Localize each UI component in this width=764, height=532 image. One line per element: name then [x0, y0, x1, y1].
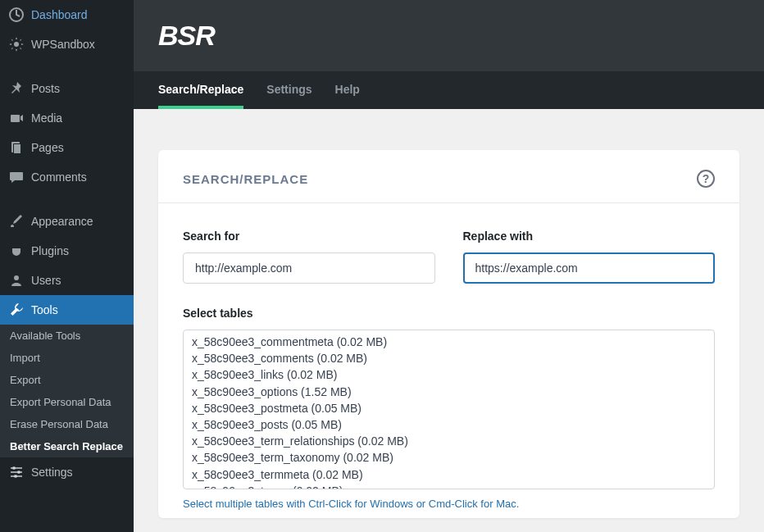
replace-with-label: Replace with — [463, 230, 716, 243]
brush-icon — [8, 213, 25, 230]
comment-icon — [8, 169, 25, 185]
submenu-export-personal-data[interactable]: Export Personal Data — [0, 391, 134, 413]
field-select-tables: Select tables x_58c90ee3_commentmeta (0.… — [183, 307, 715, 510]
submenu-available-tools[interactable]: Available Tools — [0, 325, 134, 347]
panel-search-replace: SEARCH/REPLACE ? Search for Replace with… — [158, 150, 739, 518]
tables-select[interactable]: x_58c90ee3_commentmeta (0.02 MB) x_58c90… — [183, 330, 715, 489]
sidebar-item-appearance[interactable]: Appearance — [0, 207, 134, 236]
sidebar-item-users[interactable]: Users — [0, 266, 134, 295]
svg-point-9 — [14, 475, 17, 478]
svg-point-6 — [14, 275, 19, 280]
submenu-export[interactable]: Export — [0, 369, 134, 391]
gear-icon — [8, 36, 25, 52]
sidebar-item-label: Pages — [31, 141, 64, 154]
sidebar-item-pages[interactable]: Pages — [0, 133, 134, 162]
panel-title: SEARCH/REPLACE — [183, 172, 308, 186]
tab-help[interactable]: Help — [335, 71, 360, 109]
table-option[interactable]: x_58c90ee3_posts (0.05 MB) — [184, 416, 714, 433]
pin-icon — [8, 80, 25, 97]
submenu-erase-personal-data[interactable]: Erase Personal Data — [0, 413, 134, 435]
menu-separator — [0, 59, 134, 74]
menu-separator — [0, 192, 134, 207]
table-option[interactable]: x_58c90ee3_comments (0.02 MB) — [184, 350, 714, 366]
field-replace-with: Replace with — [463, 230, 716, 284]
svg-point-1 — [14, 42, 19, 47]
table-option[interactable]: x_58c90ee3_term_taxonomy (0.02 MB) — [184, 449, 714, 466]
sidebar-item-comments[interactable]: Comments — [0, 162, 134, 192]
table-option[interactable]: x_58c90ee3_postmeta (0.05 MB) — [184, 400, 714, 416]
content-area: SEARCH/REPLACE ? Search for Replace with… — [134, 109, 764, 532]
search-for-label: Search for — [183, 230, 435, 243]
sidebar-item-settings[interactable]: Settings — [0, 457, 134, 487]
table-option[interactable]: x_58c90ee3_commentmeta (0.02 MB) — [184, 334, 714, 350]
sidebar-item-media[interactable]: Media — [0, 103, 134, 133]
plug-icon — [8, 243, 25, 259]
replace-with-input[interactable] — [463, 252, 716, 284]
brand-logo: BSR — [158, 20, 739, 52]
table-option[interactable]: x_58c90ee3_options (1.52 MB) — [184, 384, 714, 400]
sidebar-item-label: Tools — [31, 303, 58, 316]
page-icon — [8, 139, 25, 156]
svg-point-7 — [12, 466, 16, 470]
select-tables-label: Select tables — [183, 307, 715, 320]
sidebar-item-label: Dashboard — [31, 8, 88, 21]
field-search-for: Search for — [183, 230, 435, 284]
sidebar-item-dashboard[interactable]: Dashboard — [0, 0, 134, 30]
submenu-import[interactable]: Import — [0, 347, 134, 369]
main-content: BSR Search/Replace Settings Help SEARCH/… — [134, 0, 764, 532]
sidebar-item-label: Users — [31, 274, 61, 287]
sidebar-item-posts[interactable]: Posts — [0, 74, 134, 103]
panel-body: Search for Replace with Select tables x_… — [158, 203, 739, 518]
brand-header: BSR — [134, 0, 764, 71]
tab-search-replace[interactable]: Search/Replace — [158, 71, 243, 109]
sidebar-item-label: Appearance — [31, 215, 93, 228]
panel-header: SEARCH/REPLACE ? — [158, 150, 739, 203]
sidebar-item-label: WPSandbox — [31, 38, 95, 51]
svg-rect-2 — [11, 115, 20, 122]
search-for-input[interactable] — [183, 252, 435, 284]
user-icon — [8, 272, 25, 289]
sidebar-item-label: Settings — [31, 466, 73, 479]
admin-sidebar: Dashboard WPSandbox Posts Media Pages Co… — [0, 0, 134, 532]
input-row: Search for Replace with — [183, 230, 715, 284]
sidebar-item-label: Comments — [31, 171, 87, 184]
table-option[interactable]: x_58c90ee3_term_relationships (0.02 MB) — [184, 433, 714, 449]
sidebar-item-plugins[interactable]: Plugins — [0, 236, 134, 266]
sidebar-item-label: Plugins — [31, 244, 69, 257]
dashboard-icon — [8, 7, 25, 23]
table-option[interactable]: x_58c90ee3_termmeta (0.02 MB) — [184, 466, 714, 483]
media-icon — [8, 110, 25, 126]
sidebar-item-tools[interactable]: Tools — [0, 295, 134, 325]
submenu-better-search-replace[interactable]: Better Search Replace — [0, 435, 134, 457]
sliders-icon — [8, 464, 25, 480]
sidebar-item-label: Posts — [31, 82, 60, 95]
svg-rect-5 — [14, 144, 20, 153]
header-tabs: Search/Replace Settings Help — [134, 71, 764, 109]
sidebar-item-wpsandbox[interactable]: WPSandbox — [0, 30, 134, 59]
tools-submenu: Available Tools Import Export Export Per… — [0, 325, 134, 457]
tab-settings[interactable]: Settings — [266, 71, 312, 109]
help-icon[interactable]: ? — [697, 170, 715, 188]
select-tables-hint: Select multiple tables with Ctrl-Click f… — [183, 498, 715, 510]
table-option[interactable]: x_58c90ee3_terms (0.02 MB) — [184, 483, 714, 489]
sidebar-item-label: Media — [31, 111, 62, 125]
svg-point-8 — [17, 471, 20, 474]
table-option[interactable]: x_58c90ee3_links (0.02 MB) — [184, 366, 714, 383]
wrench-icon — [8, 302, 25, 318]
